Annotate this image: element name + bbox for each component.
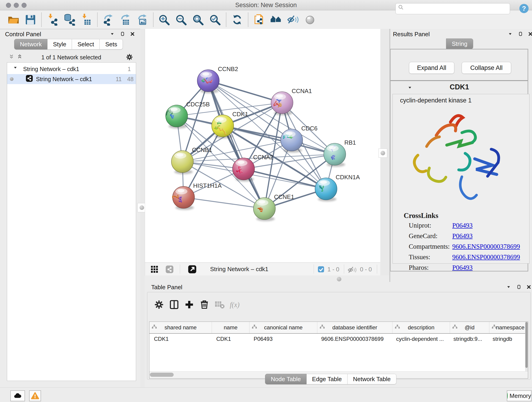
zoom-out-button[interactable] — [174, 13, 188, 26]
zoom-in-button[interactable] — [157, 13, 171, 26]
table-panel-menu-icon[interactable] — [506, 284, 513, 292]
network-share-icon[interactable] — [165, 265, 174, 274]
show-columns-button[interactable] — [167, 297, 182, 312]
tab-style[interactable]: Style — [47, 39, 72, 50]
gene-expander-icon[interactable] — [407, 85, 414, 93]
zoom-selected-button[interactable] — [208, 13, 222, 26]
table-settings-button[interactable] — [152, 297, 167, 312]
refresh-button[interactable] — [230, 13, 244, 26]
collapse-all-button[interactable]: Collapse All — [462, 62, 511, 74]
table-cell: P06493 — [249, 334, 317, 344]
tab-network-table[interactable]: Network Table — [348, 374, 396, 384]
column-header-sharedname[interactable]: shared name — [149, 322, 212, 333]
node-CDKN1A[interactable]: CDKN1A — [315, 174, 360, 201]
tab-network[interactable]: Network — [14, 39, 47, 50]
save-session-button[interactable] — [23, 13, 38, 26]
grid-view-icon[interactable] — [150, 265, 159, 274]
node-CDK1[interactable]: CDK1 — [212, 111, 248, 138]
node-RB1[interactable]: RB1 — [324, 139, 356, 167]
toolbar-separator — [248, 13, 248, 27]
hide-panels-button[interactable] — [286, 13, 300, 26]
right-splitter-handle[interactable] — [379, 148, 387, 158]
network-node-count: 11 — [116, 76, 122, 83]
crosslink-link[interactable]: P06493 — [452, 232, 473, 240]
edge-CCNE1-HIST1H1A[interactable] — [184, 197, 264, 209]
table-row[interactable]: CDK1CDK1P064939606.ENSP00000378699cyclin… — [149, 334, 528, 344]
search-icon — [396, 4, 406, 13]
import-network-database-button[interactable] — [62, 13, 76, 26]
control-panel: Control Panel NetworkStyleSelectSets 1 o… — [0, 29, 140, 387]
crosslink-label: Pharos: — [409, 264, 429, 271]
node-table[interactable]: shared namenamecanonical namedatabase id… — [149, 322, 528, 379]
document-share-button[interactable] — [252, 13, 266, 26]
network-collection-row[interactable]: String Network – cdk1 1 — [7, 64, 136, 74]
crosslinks-list: Uniprot: P06493GeneCard: P06493Compartme… — [409, 222, 523, 274]
gear-icon[interactable] — [126, 53, 133, 62]
table-tabs: Node TableEdge TableNetwork Table — [265, 374, 396, 384]
zoom-window-button[interactable] — [22, 3, 27, 8]
table-box: f(x) shared namenamecanonical namedataba… — [147, 292, 531, 380]
delete-column-button[interactable] — [197, 297, 212, 312]
network-row[interactable]: String Network – cdk1 11 48 — [7, 74, 136, 84]
results-panel-float-icon[interactable] — [518, 31, 525, 39]
add-column-button[interactable] — [182, 297, 197, 312]
edge-CCNB2-CCNE1[interactable] — [208, 81, 264, 209]
column-header-canonicalname[interactable]: canonical name — [249, 322, 317, 333]
crosslink-link[interactable]: P06493 — [452, 264, 473, 271]
bottom-splitter-handle[interactable] — [337, 277, 341, 281]
control-panel-menu-icon[interactable] — [109, 31, 116, 39]
column-header-databaseidentifier[interactable]: database identifier — [317, 322, 393, 333]
help-button[interactable]: ? — [519, 3, 529, 15]
function-builder-button: f(x) — [227, 297, 242, 312]
network-row-label: String Network – cdk1 — [36, 76, 92, 83]
table-panel-title: Table Panel — [151, 284, 182, 291]
memory-button[interactable]: Memory — [507, 390, 532, 401]
open-in-window-icon[interactable] — [188, 265, 197, 275]
collection-expander-icon[interactable] — [13, 65, 19, 73]
zoom-fit-button[interactable] — [191, 13, 205, 26]
export-network-button[interactable] — [101, 13, 115, 26]
collection-label: String Network – cdk1 — [23, 66, 79, 72]
control-panel-close-icon[interactable] — [130, 31, 137, 39]
show-panel-button[interactable] — [303, 13, 317, 26]
results-panel-tab-string[interactable]: String — [446, 38, 473, 49]
home-pages-button[interactable] — [269, 13, 283, 26]
results-panel-menu-icon[interactable] — [507, 31, 514, 39]
expand-all-button[interactable]: Expand All — [409, 62, 454, 74]
export-table-button[interactable] — [118, 13, 133, 26]
table-panel-float-icon[interactable] — [516, 284, 523, 292]
control-panel-float-icon[interactable] — [120, 31, 127, 39]
column-header-name[interactable]: name — [212, 322, 249, 333]
crosslink-link[interactable]: 9606.ENSP00000378699 — [452, 243, 520, 250]
table-panel-close-icon[interactable] — [526, 284, 532, 292]
search-box[interactable] — [395, 3, 510, 14]
tab-node-table[interactable]: Node Table — [265, 374, 307, 384]
search-input[interactable] — [406, 4, 510, 13]
results-panel-close-icon[interactable] — [528, 31, 532, 39]
export-image-button[interactable] — [135, 13, 149, 26]
close-window-button[interactable] — [6, 3, 11, 8]
tab-select[interactable]: Select — [72, 39, 100, 50]
cloud-button[interactable] — [10, 390, 25, 401]
node-CCNA1[interactable]: CCNA1 — [271, 88, 312, 115]
crosslink-row-pharos: Pharos: P06493 — [409, 264, 523, 274]
edge-CCNB2-CCNA1[interactable] — [208, 81, 282, 103]
import-table-button[interactable] — [79, 13, 94, 26]
network-edge-count: 48 — [127, 76, 133, 83]
network-canvas[interactable]: CCNB2CCNA1CDC25BCDK1CDC6RB1CCNB1CCNA2CDK… — [145, 29, 381, 262]
open-folder-button[interactable] — [6, 13, 21, 26]
crosslink-link[interactable]: P06493 — [452, 222, 473, 229]
node-label-CDKN1A: CDKN1A — [336, 174, 360, 181]
warnings-button[interactable] — [29, 390, 41, 401]
node-HIST1H1A[interactable]: HIST1H1A — [172, 182, 222, 210]
table-vertical-scrollbar[interactable] — [525, 322, 528, 371]
column-header-description[interactable]: description — [393, 322, 450, 333]
crosslink-link[interactable]: 9606.ENSP00000378699 — [452, 253, 520, 261]
column-header-id[interactable]: @id — [450, 322, 489, 333]
column-header-namespace[interactable]: namespace — [489, 322, 528, 333]
tab-sets[interactable]: Sets — [100, 39, 123, 50]
import-network-file-button[interactable] — [45, 13, 60, 26]
minimize-window-button[interactable] — [14, 3, 19, 8]
tab-edge-table[interactable]: Edge Table — [307, 374, 348, 384]
selection-checkbox-icon[interactable] — [317, 266, 325, 274]
